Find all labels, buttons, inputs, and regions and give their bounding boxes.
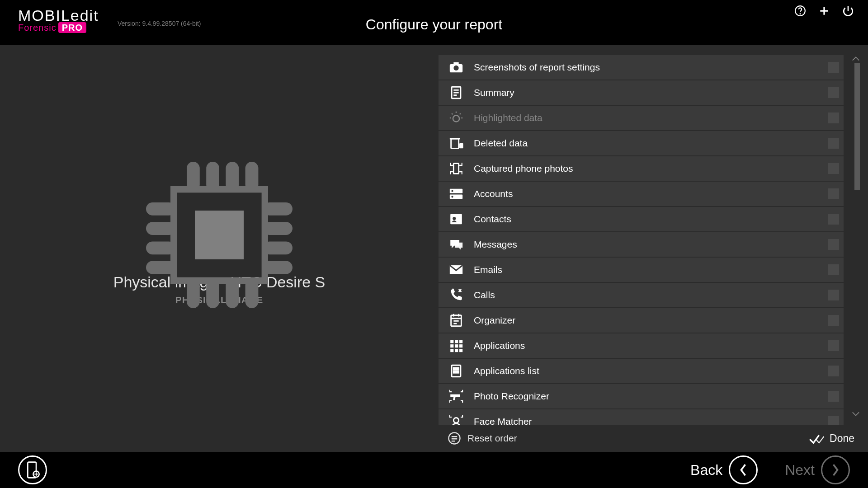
report-item[interactable]: Emails bbox=[439, 258, 844, 282]
plus-icon[interactable] bbox=[818, 5, 830, 17]
report-item-checkbox[interactable] bbox=[828, 163, 839, 174]
report-item[interactable]: Applications list bbox=[439, 359, 844, 383]
report-item-checkbox[interactable] bbox=[828, 315, 839, 326]
app-logo: MOBILedit ForensicPRO bbox=[18, 7, 99, 33]
footer: Back Next bbox=[0, 452, 868, 488]
panel-footer: Reset order Done bbox=[439, 425, 863, 452]
svg-rect-47 bbox=[457, 368, 458, 370]
back-arrow-icon bbox=[729, 455, 758, 484]
report-item-label: Photo Recognizer bbox=[474, 391, 549, 402]
svg-rect-27 bbox=[453, 164, 458, 174]
svg-rect-21 bbox=[453, 62, 458, 65]
next-button[interactable]: Next bbox=[785, 455, 850, 484]
report-item-checkbox[interactable] bbox=[828, 239, 839, 250]
camera-icon bbox=[447, 60, 466, 75]
report-item-label: Applications bbox=[474, 340, 525, 351]
summary-icon bbox=[447, 85, 466, 100]
svg-rect-19 bbox=[195, 211, 244, 259]
svg-rect-36 bbox=[450, 340, 453, 343]
report-item-checkbox[interactable] bbox=[828, 113, 839, 123]
report-item-label: Messages bbox=[474, 239, 517, 250]
report-item[interactable]: Messages bbox=[439, 232, 844, 257]
report-item-checkbox[interactable] bbox=[828, 366, 839, 376]
scroll-up-icon[interactable] bbox=[852, 55, 861, 63]
report-item-checkbox[interactable] bbox=[828, 62, 839, 73]
power-icon[interactable] bbox=[842, 5, 854, 17]
svg-rect-44 bbox=[459, 349, 462, 352]
messages-icon bbox=[447, 237, 466, 252]
header-icons bbox=[794, 5, 854, 17]
report-item[interactable]: Photo Recognizer bbox=[439, 384, 844, 408]
back-button[interactable]: Back bbox=[690, 455, 758, 484]
version-label: Version: 9.4.99.28507 (64-bit) bbox=[118, 20, 201, 27]
report-item[interactable]: Organizer bbox=[439, 308, 844, 333]
reset-order-button[interactable]: Reset order bbox=[448, 432, 517, 445]
back-label: Back bbox=[690, 462, 722, 479]
report-item-checkbox[interactable] bbox=[828, 138, 839, 149]
svg-point-1 bbox=[800, 14, 800, 14]
report-item[interactable]: Summary bbox=[439, 80, 844, 105]
report-item[interactable]: Applications bbox=[439, 333, 844, 358]
report-item[interactable]: Accounts bbox=[439, 182, 844, 206]
organizer-icon bbox=[447, 313, 466, 328]
gun-icon bbox=[447, 389, 466, 404]
appslist-icon bbox=[447, 363, 466, 379]
report-item-checkbox[interactable] bbox=[828, 214, 839, 225]
contacts-icon bbox=[447, 211, 466, 227]
report-item[interactable]: Face Matcher bbox=[439, 409, 844, 425]
footer-nav: Back Next bbox=[690, 455, 850, 484]
report-item[interactable]: Calls bbox=[439, 283, 844, 307]
report-item-label: Deleted data bbox=[474, 138, 528, 149]
report-item[interactable]: Screenshots of report settings bbox=[439, 55, 844, 80]
svg-rect-46 bbox=[453, 368, 455, 370]
report-item[interactable]: Deleted data bbox=[439, 131, 844, 155]
report-item[interactable]: Highlighted data bbox=[439, 106, 844, 130]
page-title: Configure your report bbox=[366, 16, 502, 33]
apps-icon bbox=[447, 338, 466, 353]
bulb-icon bbox=[447, 110, 466, 126]
face-icon bbox=[447, 414, 466, 425]
next-label: Next bbox=[785, 462, 815, 479]
svg-rect-42 bbox=[450, 349, 453, 352]
report-item-checkbox[interactable] bbox=[828, 290, 839, 300]
svg-rect-25 bbox=[451, 139, 459, 148]
svg-point-33 bbox=[453, 217, 456, 220]
scrollbar-thumb[interactable] bbox=[854, 63, 860, 190]
svg-point-22 bbox=[453, 66, 458, 70]
report-item-label: Face Matcher bbox=[474, 416, 532, 425]
report-item-checkbox[interactable] bbox=[828, 264, 839, 275]
report-item[interactable]: Captured phone photos bbox=[439, 156, 844, 181]
report-item-checkbox[interactable] bbox=[828, 340, 839, 351]
report-item-label: Emails bbox=[474, 264, 502, 275]
add-device-button[interactable] bbox=[18, 455, 47, 484]
next-arrow-icon bbox=[821, 455, 850, 484]
svg-rect-38 bbox=[459, 340, 462, 343]
config-panel: Screenshots of report settingsSummaryHig… bbox=[439, 45, 868, 452]
report-item-label: Accounts bbox=[474, 188, 513, 199]
logo-pro-badge: PRO bbox=[58, 22, 86, 33]
report-item-label: Organizer bbox=[474, 315, 515, 326]
report-item-label: Summary bbox=[474, 87, 514, 98]
svg-rect-49 bbox=[457, 371, 458, 373]
report-item-checkbox[interactable] bbox=[828, 87, 839, 98]
report-item-checkbox[interactable] bbox=[828, 391, 839, 402]
svg-rect-41 bbox=[459, 344, 462, 347]
accounts-icon bbox=[447, 186, 466, 202]
chip-icon bbox=[138, 154, 301, 318]
report-item-checkbox[interactable] bbox=[828, 416, 839, 425]
scroll-down-icon[interactable] bbox=[852, 410, 861, 418]
device-panel: Physical image - HTC Desire S PHYSICAL I… bbox=[0, 45, 439, 452]
help-icon[interactable] bbox=[794, 5, 807, 17]
done-button[interactable]: Done bbox=[809, 432, 854, 445]
report-item-checkbox[interactable] bbox=[828, 188, 839, 199]
report-item[interactable]: Contacts bbox=[439, 207, 844, 231]
header: MOBILedit ForensicPRO Version: 9.4.99.28… bbox=[0, 0, 868, 45]
phonecap-icon bbox=[447, 161, 466, 176]
svg-rect-26 bbox=[459, 143, 463, 148]
trash-icon bbox=[447, 136, 466, 151]
done-label: Done bbox=[830, 432, 854, 445]
reset-order-label: Reset order bbox=[467, 433, 517, 444]
report-item-label: Highlighted data bbox=[474, 113, 542, 123]
email-icon bbox=[447, 262, 466, 277]
svg-rect-39 bbox=[450, 344, 453, 347]
